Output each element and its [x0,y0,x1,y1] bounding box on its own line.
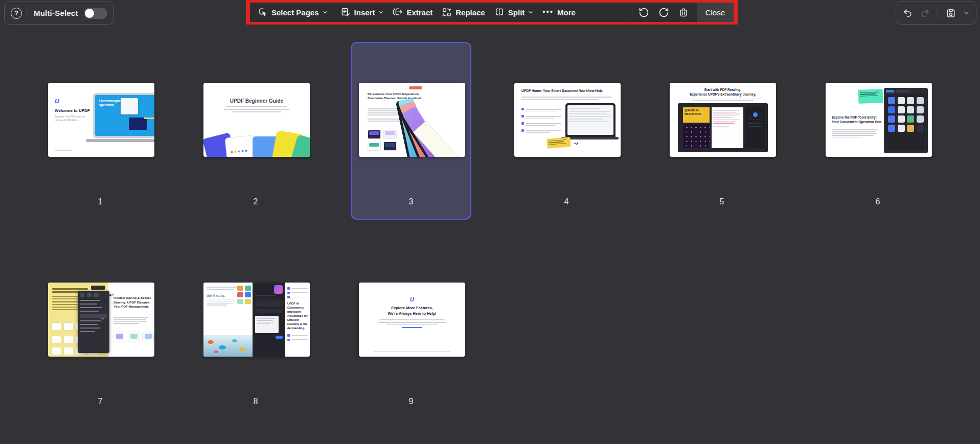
page-9-title-line1: Explore More Features, [391,306,433,310]
redo-button[interactable] [654,3,674,22]
split-icon [494,7,505,17]
page-number: 2 [196,197,315,206]
page-8-title: UPDF AI Operations: In­telligent Assista… [287,301,308,331]
select-pages-button[interactable]: Select Pages [253,3,332,22]
page-thumbnail-9[interactable]: u Explore More Features, We're Always He… [351,242,471,419]
sticky-note [546,137,571,149]
doodle-arrow: ↝ [574,140,578,147]
laptop-illustration: Electromagnetic Spectrum [93,93,154,138]
multi-select-label: Multi-Select [34,9,78,17]
save-icon [946,8,956,18]
multi-select-panel: ? Multi-Select [4,2,114,25]
page-5-preview: Start with PDF Reading: Experience UPDF'… [670,83,776,157]
page-4-preview: UPDF Home: Your Smart Document Workflow … [514,83,621,157]
select-pages-icon [258,7,268,17]
page-6-preview: ↜ Explore the PDF Tools Entry: Your Conv… [826,83,932,157]
help-button[interactable]: ? [11,8,22,19]
page-7-preview: ➤ ↜ Flexible Saving & Secure Sharing: UP… [48,283,154,357]
more-label: More [557,8,576,17]
multi-select-toggle[interactable] [84,8,107,19]
page-5-title-line2: Experience UPDF's Extraordinary Journey. [690,92,756,96]
page-7-title: Flexible Saving & Secure Sharing: UPDF E… [113,296,151,309]
undo-icon [639,7,649,18]
page-5-title-line1: Start with PDF Reading: [704,88,742,91]
tablet-fan-illustration [394,83,465,157]
tools-grid-screenshot [884,88,928,153]
page-9-title-line2: We're Always Here to Help! [388,311,437,316]
more-icon: ••• [542,7,554,16]
page-9-preview: u Explore More Features, We're Always He… [359,283,465,357]
document-actions-panel [896,2,976,25]
redo-icon [920,8,930,18]
extract-button[interactable]: Extract [388,3,437,22]
divider [334,7,334,17]
page-number: 1 [41,197,159,206]
reader-screenshot: QUANTUM MECHANICS [678,103,768,152]
page-number: 5 [663,197,781,206]
page-number: 6 [818,197,937,206]
split-button[interactable]: Split [490,3,538,22]
updf-logo: u [55,96,97,105]
page-thumbnail-5[interactable]: Start with PDF Reading: Experience UPDF'… [662,42,782,220]
link-placeholder [402,327,422,328]
replace-button[interactable]: Replace [437,3,490,22]
close-label: Close [705,8,725,17]
page-thumbnail-7[interactable]: ➤ ↜ Flexible Saving & Secure Sharing: UP… [40,242,161,419]
page-number: 8 [196,397,315,406]
page-thumbnail-8[interactable]: the Pacific [195,242,316,419]
updf-logo: u [359,295,465,303]
page-number: 4 [507,197,626,206]
page-1-preview: u Welcome to UPDF Empower Your PDFs with… [48,83,154,157]
replace-label: Replace [455,8,485,17]
guide-cards-illustration [203,126,310,157]
ai-chat-panel [253,283,285,357]
page-number: 9 [352,397,470,406]
close-button[interactable]: Close [697,3,734,22]
delete-page-button[interactable] [674,3,693,22]
divider [695,7,695,17]
page-thumbnail-4[interactable]: UPDF Home: Your Smart Document Workflow … [506,42,627,220]
save-button[interactable] [946,8,956,18]
page-organize-toolbar: Select Pages Insert Extract Replace [246,0,738,25]
page-8-preview: the Pacific [203,283,310,357]
laptop-illustration [565,103,616,137]
page-thumbnail-2[interactable]: UPDF Beginner Guide 2 [195,42,316,220]
undo-button[interactable] [634,3,654,22]
redo-button-global[interactable] [920,8,930,18]
more-button[interactable]: ••• More [538,3,580,22]
undo-icon [903,8,913,18]
page-thumbnail-1[interactable]: u Welcome to UPDF Empower Your PDFs with… [40,42,161,220]
extract-icon [393,7,403,17]
trash-icon [678,7,689,17]
page-6-title-line1: Explore the PDF Tools Entry: [832,115,877,119]
divider [938,8,938,19]
undo-button-global[interactable] [903,8,913,18]
slide-title: QUANTUM MECHANICS [683,107,710,123]
save-options-button[interactable] [964,10,969,16]
page-thumbnail-6[interactable]: ↜ Explore the PDF Tools Entry: Your Conv… [817,42,938,220]
split-label: Split [508,8,525,17]
insert-label: Insert [354,8,375,17]
insert-button[interactable]: Insert [336,3,389,22]
chevron-down-icon [528,10,533,15]
extract-label: Extract [406,8,432,17]
insert-icon [340,7,351,17]
chevron-down-icon [964,10,969,16]
chevron-down-icon [378,10,383,15]
divider [632,7,632,17]
theme-cards [368,130,397,151]
page-number: 3 [352,197,470,206]
redo-icon [658,7,669,18]
page-number: 7 [41,397,159,406]
pacific-document: the Pacific [203,283,253,357]
page-thumbnail-3-selected[interactable]: Personalize Your UPDF Experience: Custom… [351,42,471,220]
select-pages-label: Select Pages [271,8,319,17]
page-6-title-line2: Your Convenient Operation Hub. [832,120,882,124]
feature-cards [113,332,154,342]
page-1-subtitle: Empower Your PDFs with the Ultimate AI P… [55,115,92,123]
replace-icon [442,7,452,17]
page-4-title: UPDF Home: Your Smart Document Workflow … [521,89,616,92]
sticky-note [858,89,883,104]
chevron-down-icon [323,10,328,15]
divider [28,7,28,20]
